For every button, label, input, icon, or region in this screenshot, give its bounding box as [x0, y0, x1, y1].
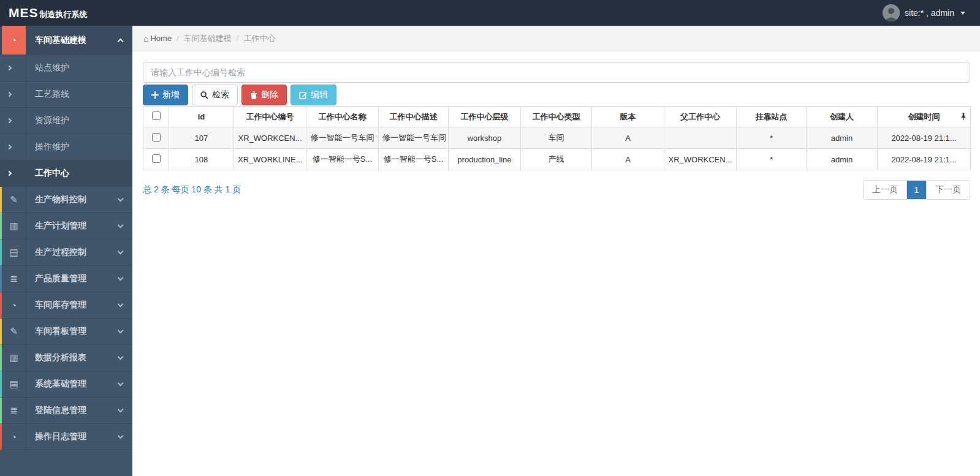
sidebar-subitem-work-center[interactable]: 工作中心 [0, 161, 132, 187]
search-icon [200, 91, 208, 99]
column-header-id[interactable]: id [169, 107, 234, 127]
sidebar-item-workshop-kanban[interactable]: ✎ 车间看板管理 [0, 319, 132, 345]
sidebar-item-system-base[interactable]: ▤ 系统基础管理 [0, 371, 132, 398]
sidebar-item-production-plan[interactable]: ▥ 生产计划管理 [0, 213, 132, 240]
breadcrumb-level2: 工作中心 [243, 33, 275, 44]
cell-id: 108 [169, 149, 234, 170]
sidebar-item-workshop-modeling[interactable]: ◔ 车间基础建模 [0, 26, 132, 55]
sidebar-item-label: 生产过程控制 [26, 247, 118, 258]
sidebar-item-label: 生产计划管理 [26, 221, 118, 232]
sidebar-subitem-label: 工艺路线 [26, 89, 132, 100]
row-checkbox[interactable] [152, 133, 161, 142]
sidebar-item-production-material[interactable]: ✎ 生产物料控制 [0, 187, 132, 213]
next-page-button[interactable]: 下一页 [927, 181, 970, 199]
select-all-cell [143, 107, 169, 127]
chevron-down-icon [118, 249, 124, 255]
add-button[interactable]: 新增 [143, 85, 188, 105]
breadcrumb-level1[interactable]: 车间基础建模 [184, 33, 232, 44]
sidebar-item-label: 操作日志管理 [26, 431, 118, 442]
chevron-right-icon [2, 108, 26, 134]
sidebar-item-data-analysis[interactable]: ▥ 数据分析报表 [0, 345, 132, 371]
toolbar: 新增 检索 删除 编辑 [143, 85, 970, 105]
sidebar-subitem-station-maintenance[interactable]: 站点维护 [0, 55, 132, 81]
chevron-right-icon [2, 134, 26, 160]
prev-page-button[interactable]: 上一页 [864, 181, 907, 199]
cell-created: 2022-08-19 21:1... [878, 149, 971, 170]
cell-id: 107 [169, 127, 234, 149]
sidebar-subitem-label: 工作中心 [26, 168, 132, 179]
table-row[interactable]: 107 XR_WORKCEN... 修一智能一号车间 修一智能一号车间 work… [143, 127, 971, 149]
search-input[interactable] [143, 62, 970, 83]
column-header-level[interactable]: 工作中心层级 [449, 107, 521, 127]
column-header-parent[interactable]: 父工作中心 [664, 107, 737, 127]
cell-station: * [737, 127, 807, 149]
logo-primary: MES [9, 6, 39, 20]
sidebar-item-label: 登陆信息管理 [26, 405, 118, 416]
logo-secondary: 制造执行系统 [40, 9, 88, 20]
current-page-button[interactable]: 1 [907, 181, 927, 199]
user-menu[interactable]: site:* , admin [883, 4, 980, 21]
pin-icon[interactable] [960, 113, 967, 122]
book-icon: ▤ [2, 240, 26, 265]
breadcrumb-separator: / [177, 34, 179, 43]
work-center-table: id 工作中心编号 工作中心名称 工作中心描述 工作中心层级 工作中心类型 版本… [143, 106, 971, 170]
chevron-down-icon [118, 328, 124, 334]
breadcrumb-home-link[interactable]: ⌂ Home [143, 34, 172, 43]
trash-icon [250, 91, 257, 99]
sidebar-item-production-process[interactable]: ▤ 生产过程控制 [0, 240, 132, 266]
cell-level: production_line [449, 149, 521, 170]
cell-station: * [737, 149, 807, 170]
cell-desc: 修一智能一号车间 [379, 127, 449, 149]
column-header-name[interactable]: 工作中心名称 [306, 107, 379, 127]
sidebar-item-product-quality[interactable]: ≣ 产品质量管理 [0, 266, 132, 292]
chevron-down-icon [118, 301, 124, 308]
column-header-type[interactable]: 工作中心类型 [521, 107, 592, 127]
select-all-checkbox[interactable] [152, 111, 161, 120]
pencil-icon: ✎ [2, 319, 26, 344]
edit-button[interactable]: 编辑 [291, 85, 336, 105]
user-avatar [883, 4, 900, 21]
row-checkbox[interactable] [152, 154, 161, 163]
columns-icon: ▥ [2, 213, 26, 239]
chevron-right-icon [2, 55, 26, 81]
breadcrumb-separator: / [237, 34, 239, 43]
breadcrumb: ⌂ Home / 车间基础建模 / 工作中心 [132, 26, 980, 51]
chevron-down-icon [118, 222, 124, 229]
cell-name: 修一智能一号车间 [306, 127, 379, 149]
row-select-cell [143, 127, 169, 149]
cell-code: XR_WORKLINE... [234, 149, 306, 170]
column-header-creator[interactable]: 创建人 [807, 107, 878, 127]
cell-code: XR_WORKCEN... [234, 127, 306, 149]
cell-parent [664, 127, 737, 149]
cell-version: A [592, 127, 664, 149]
user-label: site:* , admin [905, 8, 954, 18]
delete-button[interactable]: 删除 [241, 85, 287, 105]
chevron-right-icon [2, 81, 26, 107]
sidebar-subitem-operation-maintenance[interactable]: 操作维护 [0, 134, 132, 161]
cell-creator: admin [807, 149, 878, 170]
sidebar-item-label: 车间库存管理 [26, 300, 118, 311]
sidebar-item-workshop-inventory[interactable]: ◔ 车间库存管理 [0, 292, 132, 319]
chevron-down-icon [118, 407, 124, 413]
home-icon: ⌂ [143, 34, 148, 43]
cell-type: 产线 [521, 149, 592, 170]
sidebar-subitem-process-route[interactable]: 工艺路线 [0, 81, 132, 108]
column-header-station[interactable]: 挂靠站点 [737, 107, 807, 127]
sidebar-item-login-info[interactable]: ≣ 登陆信息管理 [0, 398, 132, 424]
app-logo: MES 制造执行系统 [0, 6, 132, 20]
search-button[interactable]: 检索 [192, 85, 238, 105]
sidebar-item-label: 车间看板管理 [26, 326, 118, 337]
sidebar-subitem-resource-maintenance[interactable]: 资源维护 [0, 108, 132, 134]
chevron-down-icon [118, 380, 124, 387]
sidebar-item-operation-log[interactable]: ◔ 操作日志管理 [0, 424, 132, 450]
sidebar: ◔ 车间基础建模 站点维护 工艺路线 资源维护 操作维护 工作中心 ✎ 生产物料… [0, 26, 132, 476]
column-header-desc[interactable]: 工作中心描述 [379, 107, 449, 127]
column-header-version[interactable]: 版本 [592, 107, 664, 127]
column-header-created[interactable]: 创建时间 [878, 107, 971, 127]
table-row[interactable]: 108 XR_WORKLINE... 修一智能一号S... 修一智能一号S...… [143, 149, 971, 170]
cell-name: 修一智能一号S... [306, 149, 379, 170]
caret-down-icon [960, 12, 965, 15]
column-header-code[interactable]: 工作中心编号 [234, 107, 306, 127]
pagination-summary: 总 2 条 每页 10 条 共 1 页 [143, 184, 241, 195]
cell-version: A [592, 149, 664, 170]
